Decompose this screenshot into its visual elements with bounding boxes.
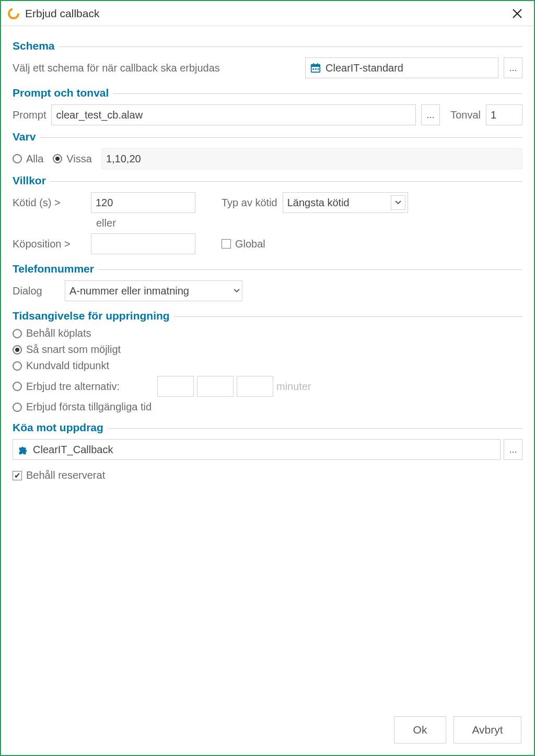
prompt-browse-button[interactable]: ... — [421, 104, 440, 125]
tids-alt1-input[interactable] — [157, 376, 194, 397]
dialog-footer: Ok Avbryt — [1, 708, 534, 755]
legend-schema: Schema — [13, 40, 59, 52]
dialog-body: Schema Välj ett schema för när callback … — [1, 26, 534, 708]
dialog-value: A-nummer eller inmatning — [69, 285, 189, 297]
titlebar: Erbjud callback — [1, 1, 534, 26]
prompt-label: Prompt — [13, 109, 46, 121]
svg-rect-3 — [313, 63, 314, 66]
keep-reserved-checkbox[interactable]: ✔ Behåll reserverat — [13, 469, 105, 481]
kotid-input[interactable] — [91, 192, 195, 213]
legend-telefon: Telefonnummer — [13, 263, 98, 275]
chevron-down-icon — [391, 195, 405, 210]
koa-value: ClearIT_Callback — [33, 444, 113, 456]
koa-field[interactable]: ClearIT_Callback — [13, 439, 501, 460]
schema-value: ClearIT-standard — [325, 62, 403, 74]
radio-tids-customer[interactable]: Kundvald tidpunkt — [13, 360, 109, 372]
schema-browse-button[interactable]: ... — [504, 57, 522, 78]
svg-rect-6 — [315, 68, 317, 70]
radio-varv-some[interactable]: Vissa — [53, 153, 92, 165]
radio-varv-all[interactable]: Alla — [13, 153, 43, 165]
ok-button[interactable]: Ok — [394, 716, 446, 743]
section-schema: Schema Välj ett schema för när callback … — [13, 40, 522, 78]
typ-combo[interactable]: Längsta kötid — [283, 192, 408, 213]
radio-tids-keep[interactable]: Behåll köplats — [13, 327, 91, 339]
section-varv: Varv Alla Vissa — [13, 131, 522, 169]
svg-rect-7 — [318, 68, 319, 70]
close-icon[interactable] — [507, 3, 528, 24]
kotid-label: Kötid (s) > — [13, 197, 86, 209]
window-title: Erbjud callback — [25, 7, 507, 20]
varv-some-input[interactable] — [101, 148, 522, 169]
legend-villkor: Villkor — [13, 174, 50, 187]
calendar-icon — [310, 62, 321, 74]
schema-label: Välj ett schema för när callback ska erb… — [13, 62, 220, 74]
koposition-label: Köposition > — [13, 238, 86, 250]
or-label: eller — [96, 217, 116, 229]
tone-label: Tonval — [450, 109, 481, 121]
radio-tids-first[interactable]: Erbjud första tillgängliga tid — [13, 401, 152, 413]
global-checkbox[interactable]: Global — [222, 238, 265, 250]
section-koa: Köa mot uppdrag ClearIT_Callback ... ✔ B… — [13, 421, 522, 481]
radio-tids-three[interactable]: Erbjud tre alternativ: — [13, 381, 120, 393]
section-telefon: Telefonnummer Dialog A-nummer eller inma… — [13, 263, 522, 301]
cancel-button[interactable]: Avbryt — [453, 716, 521, 743]
legend-tids: Tidsangivelse för uppringning — [13, 310, 174, 322]
svg-rect-4 — [317, 63, 318, 66]
svg-point-0 — [9, 9, 18, 18]
svg-rect-2 — [311, 65, 320, 67]
koa-browse-button[interactable]: ... — [504, 439, 522, 460]
prompt-input[interactable] — [51, 104, 416, 125]
legend-prompt: Prompt och tonval — [13, 87, 113, 99]
legend-koa: Köa mot uppdrag — [13, 421, 108, 434]
dialog-window: Erbjud callback Schema Välj ett schema f… — [0, 0, 535, 756]
koposition-input[interactable] — [91, 233, 195, 254]
chevron-down-icon — [234, 289, 240, 293]
schema-field[interactable]: ClearIT-standard — [305, 57, 498, 78]
svg-rect-5 — [313, 68, 315, 70]
tone-input[interactable] — [486, 104, 522, 125]
puzzle-icon — [17, 444, 29, 455]
minutes-label: minuter — [276, 381, 311, 393]
tids-alt3-input[interactable] — [237, 376, 273, 397]
app-icon — [7, 7, 20, 20]
radio-tids-asap[interactable]: Så snart som möjligt — [13, 344, 121, 356]
dialog-combo[interactable]: A-nummer eller inmatning — [65, 280, 242, 301]
typ-value: Längsta kötid — [287, 197, 350, 209]
dialog-label: Dialog — [13, 285, 60, 297]
section-villkor: Villkor Kötid (s) > Typ av kötid Längsta… — [13, 174, 522, 254]
section-tids: Tidsangivelse för uppringning Behåll köp… — [13, 310, 522, 413]
section-prompt: Prompt och tonval Prompt ... Tonval — [13, 87, 522, 125]
tids-alt2-input[interactable] — [197, 376, 234, 397]
legend-varv: Varv — [13, 131, 40, 143]
typ-label: Typ av kötid — [222, 197, 277, 209]
